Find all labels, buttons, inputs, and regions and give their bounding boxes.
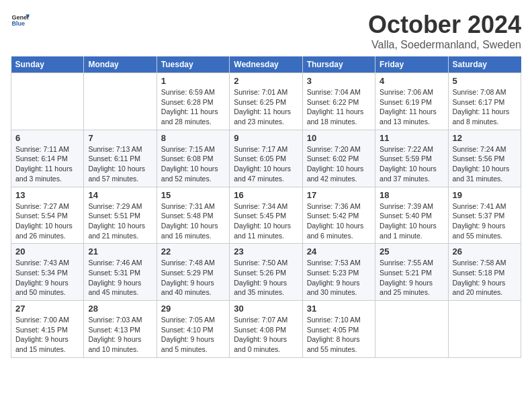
calendar-day-cell: 5Sunrise: 7:08 AM Sunset: 6:17 PM Daylig… — [448, 73, 521, 130]
calendar-day-cell: 31Sunrise: 7:10 AM Sunset: 4:05 PM Dayli… — [302, 301, 375, 358]
day-info: Sunrise: 7:03 AM Sunset: 4:13 PM Dayligh… — [88, 315, 152, 355]
day-info: Sunrise: 7:05 AM Sunset: 4:10 PM Dayligh… — [161, 315, 225, 355]
weekday-header: Friday — [375, 56, 448, 73]
calendar-day-cell: 23Sunrise: 7:50 AM Sunset: 5:26 PM Dayli… — [230, 244, 302, 301]
day-number: 4 — [380, 76, 443, 86]
calendar-day-cell: 24Sunrise: 7:53 AM Sunset: 5:23 PM Dayli… — [302, 244, 375, 301]
day-info: Sunrise: 7:55 AM Sunset: 5:21 PM Dayligh… — [380, 258, 443, 298]
day-info: Sunrise: 7:08 AM Sunset: 6:17 PM Dayligh… — [453, 87, 517, 127]
day-info: Sunrise: 7:10 AM Sunset: 4:05 PM Dayligh… — [307, 315, 371, 355]
day-number: 20 — [15, 246, 79, 257]
day-number: 23 — [234, 246, 298, 257]
calendar-day-cell: 17Sunrise: 7:36 AM Sunset: 5:42 PM Dayli… — [302, 187, 375, 244]
logo-icon: General Blue — [11, 11, 30, 30]
calendar-day-cell: 6Sunrise: 7:11 AM Sunset: 6:14 PM Daylig… — [11, 130, 84, 187]
day-number: 18 — [380, 190, 443, 200]
calendar-week-row: 13Sunrise: 7:27 AM Sunset: 5:54 PM Dayli… — [11, 187, 521, 244]
calendar-day-cell: 18Sunrise: 7:39 AM Sunset: 5:40 PM Dayli… — [375, 187, 448, 244]
calendar-day-cell: 13Sunrise: 7:27 AM Sunset: 5:54 PM Dayli… — [11, 187, 84, 244]
day-info: Sunrise: 7:29 AM Sunset: 5:51 PM Dayligh… — [88, 201, 152, 241]
day-number: 9 — [234, 133, 298, 143]
day-info: Sunrise: 7:20 AM Sunset: 6:02 PM Dayligh… — [307, 144, 371, 184]
day-number: 29 — [161, 304, 225, 314]
day-number: 16 — [234, 190, 298, 200]
day-info: Sunrise: 7:27 AM Sunset: 5:54 PM Dayligh… — [15, 201, 79, 241]
weekday-header: Thursday — [302, 56, 375, 73]
weekday-header: Saturday — [448, 56, 521, 73]
weekday-header: Monday — [84, 56, 157, 73]
calendar-week-row: 6Sunrise: 7:11 AM Sunset: 6:14 PM Daylig… — [11, 130, 521, 187]
calendar-day-cell — [448, 301, 521, 358]
calendar-week-row: 27Sunrise: 7:00 AM Sunset: 4:15 PM Dayli… — [11, 301, 521, 358]
calendar-day-cell — [375, 301, 448, 358]
day-info: Sunrise: 7:43 AM Sunset: 5:34 PM Dayligh… — [15, 258, 79, 298]
day-info: Sunrise: 7:46 AM Sunset: 5:31 PM Dayligh… — [88, 258, 152, 298]
calendar-day-cell — [84, 73, 157, 130]
calendar-week-row: 1Sunrise: 6:59 AM Sunset: 6:28 PM Daylig… — [11, 73, 521, 130]
calendar-day-cell: 30Sunrise: 7:07 AM Sunset: 4:08 PM Dayli… — [230, 301, 302, 358]
day-number: 31 — [307, 304, 371, 314]
day-info: Sunrise: 7:41 AM Sunset: 5:37 PM Dayligh… — [453, 201, 517, 241]
header-row: SundayMondayTuesdayWednesdayThursdayFrid… — [11, 56, 521, 73]
day-number: 7 — [88, 133, 152, 143]
day-number: 26 — [453, 246, 517, 257]
svg-text:Blue: Blue — [11, 20, 25, 27]
day-number: 15 — [161, 190, 225, 200]
day-number: 27 — [15, 304, 79, 314]
location-subtitle: Valla, Soedermanland, Sweden — [368, 39, 521, 51]
day-number: 10 — [307, 133, 371, 143]
day-info: Sunrise: 7:15 AM Sunset: 6:08 PM Dayligh… — [161, 144, 225, 184]
calendar-day-cell: 26Sunrise: 7:58 AM Sunset: 5:18 PM Dayli… — [448, 244, 521, 301]
logo: General Blue — [11, 11, 30, 30]
calendar-day-cell: 4Sunrise: 7:06 AM Sunset: 6:19 PM Daylig… — [375, 73, 448, 130]
day-number: 5 — [453, 76, 517, 86]
day-number: 12 — [453, 133, 517, 143]
day-info: Sunrise: 7:22 AM Sunset: 5:59 PM Dayligh… — [380, 144, 443, 184]
calendar-day-cell: 7Sunrise: 7:13 AM Sunset: 6:11 PM Daylig… — [84, 130, 157, 187]
calendar-day-cell: 3Sunrise: 7:04 AM Sunset: 6:22 PM Daylig… — [302, 73, 375, 130]
day-info: Sunrise: 7:11 AM Sunset: 6:14 PM Dayligh… — [15, 144, 79, 184]
title-section: October 2024 Valla, Soedermanland, Swede… — [368, 11, 521, 51]
day-number: 21 — [88, 246, 152, 257]
calendar-day-cell — [11, 73, 84, 130]
calendar-day-cell: 25Sunrise: 7:55 AM Sunset: 5:21 PM Dayli… — [375, 244, 448, 301]
calendar-day-cell: 28Sunrise: 7:03 AM Sunset: 4:13 PM Dayli… — [84, 301, 157, 358]
day-info: Sunrise: 7:13 AM Sunset: 6:11 PM Dayligh… — [88, 144, 152, 184]
day-number: 30 — [234, 304, 298, 314]
day-number: 17 — [307, 190, 371, 200]
weekday-header: Tuesday — [157, 56, 229, 73]
day-number: 19 — [453, 190, 517, 200]
calendar-day-cell: 22Sunrise: 7:48 AM Sunset: 5:29 PM Dayli… — [157, 244, 229, 301]
day-info: Sunrise: 7:06 AM Sunset: 6:19 PM Dayligh… — [380, 87, 443, 127]
day-number: 11 — [380, 133, 443, 143]
day-info: Sunrise: 7:48 AM Sunset: 5:29 PM Dayligh… — [161, 258, 225, 298]
calendar-day-cell: 1Sunrise: 6:59 AM Sunset: 6:28 PM Daylig… — [157, 73, 229, 130]
day-info: Sunrise: 7:58 AM Sunset: 5:18 PM Dayligh… — [453, 258, 517, 298]
calendar-day-cell: 2Sunrise: 7:01 AM Sunset: 6:25 PM Daylig… — [230, 73, 302, 130]
calendar-day-cell: 15Sunrise: 7:31 AM Sunset: 5:48 PM Dayli… — [157, 187, 229, 244]
month-title: October 2024 — [368, 11, 521, 39]
day-info: Sunrise: 7:01 AM Sunset: 6:25 PM Dayligh… — [234, 87, 298, 127]
calendar-day-cell: 10Sunrise: 7:20 AM Sunset: 6:02 PM Dayli… — [302, 130, 375, 187]
page-header: General Blue October 2024 Valla, Soederm… — [11, 11, 521, 51]
weekday-header: Wednesday — [230, 56, 302, 73]
calendar-day-cell: 14Sunrise: 7:29 AM Sunset: 5:51 PM Dayli… — [84, 187, 157, 244]
calendar-day-cell: 21Sunrise: 7:46 AM Sunset: 5:31 PM Dayli… — [84, 244, 157, 301]
day-info: Sunrise: 7:00 AM Sunset: 4:15 PM Dayligh… — [15, 315, 79, 355]
calendar-day-cell: 12Sunrise: 7:24 AM Sunset: 5:56 PM Dayli… — [448, 130, 521, 187]
weekday-header: Sunday — [11, 56, 84, 73]
day-info: Sunrise: 7:04 AM Sunset: 6:22 PM Dayligh… — [307, 87, 371, 127]
day-number: 1 — [161, 76, 225, 86]
calendar-day-cell: 20Sunrise: 7:43 AM Sunset: 5:34 PM Dayli… — [11, 244, 84, 301]
day-info: Sunrise: 7:50 AM Sunset: 5:26 PM Dayligh… — [234, 258, 298, 298]
calendar-day-cell: 8Sunrise: 7:15 AM Sunset: 6:08 PM Daylig… — [157, 130, 229, 187]
day-number: 25 — [380, 246, 443, 257]
day-number: 14 — [88, 190, 152, 200]
day-number: 6 — [15, 133, 79, 143]
calendar-day-cell: 11Sunrise: 7:22 AM Sunset: 5:59 PM Dayli… — [375, 130, 448, 187]
day-number: 3 — [307, 76, 371, 86]
day-info: Sunrise: 6:59 AM Sunset: 6:28 PM Dayligh… — [161, 87, 225, 127]
day-info: Sunrise: 7:34 AM Sunset: 5:45 PM Dayligh… — [234, 201, 298, 241]
day-number: 8 — [161, 133, 225, 143]
day-info: Sunrise: 7:31 AM Sunset: 5:48 PM Dayligh… — [161, 201, 225, 241]
